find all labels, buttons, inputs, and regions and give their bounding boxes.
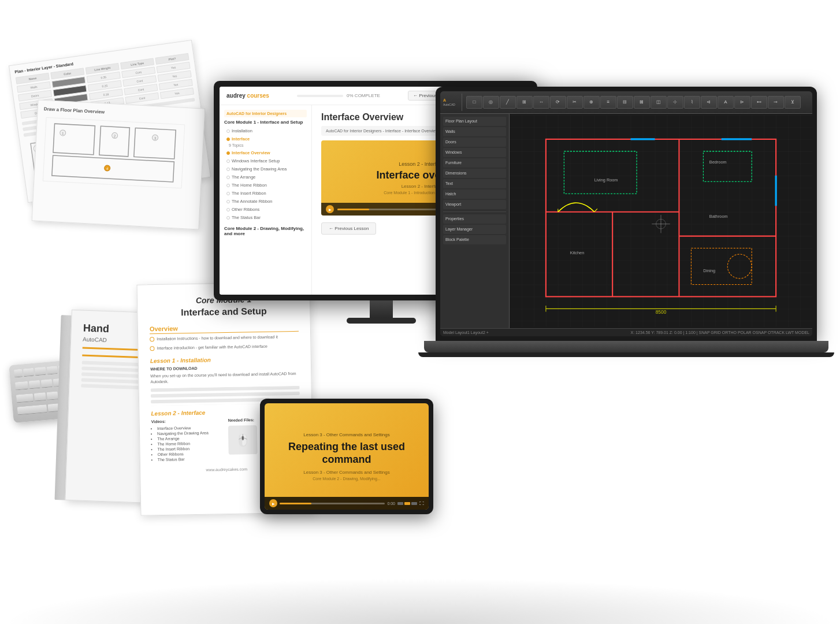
- autocad-panel: Floor Plan Layout Walls Doors Windows Fu…: [440, 114, 510, 328]
- svg-text:Living Room: Living Room: [594, 177, 618, 183]
- autocad-main: Floor Plan Layout Walls Doors Windows Fu…: [440, 114, 812, 328]
- monitor-stand: [370, 300, 393, 318]
- panel-item-9[interactable]: Viewport: [443, 200, 506, 209]
- toolbar-icon-6[interactable]: ⟳: [550, 96, 566, 109]
- toolbar-icon-14[interactable]: ⌇: [684, 96, 700, 109]
- svg-text:8500: 8500: [656, 309, 667, 315]
- course-sidebar: AutoCAD for Interior Designers Core Modu…: [220, 105, 312, 295]
- panel-item-4[interactable]: Windows: [443, 148, 506, 157]
- svg-text:Bathroom: Bathroom: [709, 214, 728, 219]
- sidebar-arrange[interactable]: The Arrange: [224, 173, 307, 181]
- toolbar-icon-16[interactable]: A: [718, 96, 734, 109]
- monitor-base: [347, 318, 416, 324]
- toolbar-icon-3[interactable]: ╱: [500, 96, 516, 109]
- laptop-base: [424, 341, 828, 352]
- toolbar-icon-20[interactable]: ⊻: [785, 96, 801, 109]
- panel-item-1[interactable]: Floor Plan Layout: [443, 117, 506, 126]
- toolbar-icon-4[interactable]: ⊞: [516, 96, 533, 109]
- laptop: A AutoCAD □ ◎ ╱ ⊞ ↔ ⟳ ✂: [436, 87, 828, 376]
- autocad-canvas[interactable]: 8500 Living Room Bedroom Kitchen Bathroo…: [510, 114, 812, 328]
- autocad-interface: A AutoCAD □ ◎ ╱ ⊞ ↔ ⟳ ✂: [440, 91, 812, 336]
- svg-rect-12: [99, 126, 130, 157]
- autocad-statusbar: Model Layout1 Layout2 + X: 1234.56 Y: 78…: [440, 328, 812, 336]
- toolbar-icon-19[interactable]: ⊸: [768, 96, 784, 109]
- autocad-toolbar: A AutoCAD □ ◎ ╱ ⊞ ↔ ⟳ ✂: [440, 91, 812, 114]
- panel-item-7[interactable]: Text: [443, 179, 506, 188]
- panel-item-2[interactable]: Walls: [443, 127, 506, 136]
- svg-text:Dining: Dining: [703, 268, 715, 273]
- sidebar-home-ribbon[interactable]: The Home Ribbon: [224, 181, 307, 189]
- toolbar-icon-10[interactable]: ⊟: [617, 96, 633, 109]
- sidebar-navigating[interactable]: Navigating the Drawing Area: [224, 165, 307, 173]
- video-progress-fill: [337, 209, 369, 210]
- sidebar-other-ribbons[interactable]: Other Ribbons: [224, 206, 307, 213]
- tablet-frame: Lesson 3 - Other Commands and Settings R…: [260, 399, 433, 514]
- sidebar-interface-overview[interactable]: Interface Overview: [224, 149, 307, 157]
- tablet-video-title: Lesson 3 - Other Commands and Settings R…: [265, 426, 429, 486]
- panel-item-3[interactable]: Doors: [443, 138, 506, 147]
- panel-item-10[interactable]: Properties: [443, 214, 506, 224]
- toolbar-icon-9[interactable]: ≡: [600, 96, 616, 109]
- svg-text:Kitchen: Kitchen: [570, 250, 584, 255]
- panel-item-11[interactable]: Layer Manager: [443, 225, 506, 234]
- scene-shadow: [0, 578, 840, 624]
- tablet-progress-bar[interactable]: [280, 503, 385, 504]
- toolbar-icon-2[interactable]: ◎: [483, 96, 499, 109]
- sidebar-annotate-ribbon[interactable]: The Annotate Ribbon: [224, 198, 307, 205]
- toolbar-icon-11[interactable]: ⊠: [634, 96, 650, 109]
- toolbar-icon-13[interactable]: ⊹: [667, 96, 683, 109]
- tablet-screen: Lesson 3 - Other Commands and Settings R…: [265, 403, 429, 510]
- panel-item-5[interactable]: Furniture: [443, 158, 506, 168]
- svg-rect-14: [52, 155, 174, 182]
- toolbar-icon-18[interactable]: ⊷: [751, 96, 767, 109]
- svg-rect-11: [53, 124, 95, 155]
- main-scene: Plan - Interior Layer - Standard Name Co…: [0, 0, 840, 624]
- panel-item-12[interactable]: Block Palette: [443, 235, 506, 244]
- tablet-progress-fill: [280, 503, 311, 504]
- laptop-screen-frame: A AutoCAD □ ◎ ╱ ⊞ ↔ ⟳ ✂: [436, 87, 817, 341]
- tablet-fullscreen-btn[interactable]: ⛶: [419, 501, 424, 506]
- sidebar-status-bar[interactable]: The Status Bar: [224, 214, 307, 221]
- toolbar-icon-8[interactable]: ⊕: [583, 96, 600, 109]
- laptop-screen: A AutoCAD □ ◎ ╱ ⊞ ↔ ⟳ ✂: [440, 91, 812, 336]
- toolbar-icon-15[interactable]: ⊲: [701, 96, 717, 109]
- laptop-bottom: [418, 352, 834, 357]
- toolbar-icon-5[interactable]: ↔: [533, 96, 549, 109]
- toolbar-icon-12[interactable]: ◫: [651, 96, 667, 109]
- tablet: Lesson 3 - Other Commands and Settings R…: [260, 399, 433, 526]
- panel-item-8[interactable]: Hatch: [443, 190, 506, 199]
- svg-rect-13: [134, 128, 176, 159]
- toolbar-icon-17[interactable]: ⊳: [734, 96, 750, 109]
- svg-text:Bedroom: Bedroom: [709, 159, 727, 165]
- paper-sheet-2: Draw a Floor Plan Overview 1 2 3 4: [32, 100, 206, 230]
- panel-item-6[interactable]: Dimensions: [443, 169, 506, 178]
- play-button[interactable]: ▶: [326, 205, 334, 213]
- footer-prev-btn[interactable]: ← Previous Lesson: [321, 222, 376, 235]
- toolbar-icon-7[interactable]: ✂: [567, 96, 583, 109]
- toolbar-icon-1[interactable]: □: [466, 96, 482, 109]
- tablet-play-button[interactable]: ▶: [269, 499, 277, 507]
- tablet-video-player[interactable]: Lesson 3 - Other Commands and Settings R…: [265, 403, 429, 510]
- sidebar-insert-ribbon[interactable]: The Insert Ribbon: [224, 190, 307, 197]
- course-logo: audrey courses: [226, 92, 269, 99]
- tablet-controls: ▶ 0:00 ⛶: [265, 497, 429, 510]
- sidebar-windows-setup[interactable]: Windows Interface Setup: [224, 157, 307, 165]
